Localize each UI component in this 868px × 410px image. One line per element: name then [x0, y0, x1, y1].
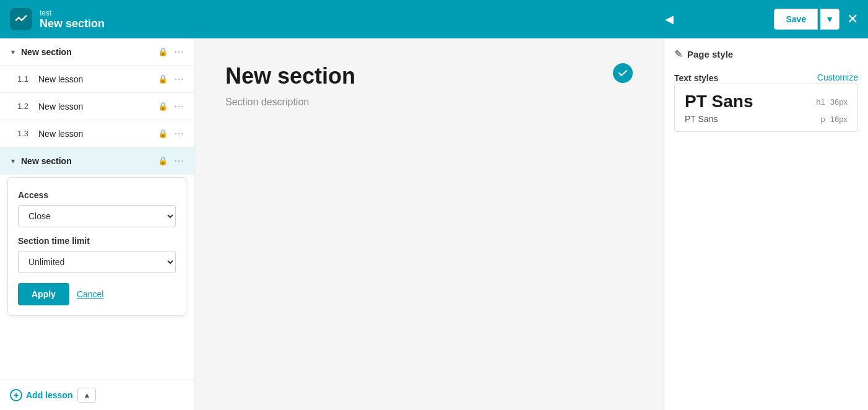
font-p-meta: p 16px: [821, 115, 848, 124]
lock-icon-lesson-1-2: 🔒: [158, 102, 168, 111]
lesson-label-1-3: New lesson: [38, 129, 158, 139]
font-h1-size: 36px: [830, 97, 848, 107]
app-header: test New section ◀ Save ▼ ✕: [0, 0, 868, 38]
font-p-tag: p: [821, 115, 825, 124]
lesson-number-1-3: 1.3: [17, 129, 35, 138]
header-subtitle: test: [40, 9, 105, 17]
add-lesson-dropdown-button[interactable]: ▲: [77, 388, 96, 403]
header-actions: Save ▼ ✕: [774, 9, 858, 30]
font-h1-row: PT Sans h1 36px: [685, 92, 848, 111]
text-styles-title: Text styles: [674, 73, 718, 83]
save-button[interactable]: Save: [774, 9, 818, 30]
page-style-header: ✎ Page style: [674, 48, 858, 60]
page-style-label: Page style: [687, 49, 733, 59]
lock-icon-section-1: 🔒: [158, 47, 168, 56]
access-select[interactable]: Close Open Drip: [18, 205, 176, 227]
apply-button[interactable]: Apply: [18, 283, 69, 305]
section-description: Section description: [225, 97, 633, 108]
lesson-label-1-1: New lesson: [38, 74, 158, 84]
lock-icon-section-2: 🔒: [158, 156, 168, 165]
access-popover: Access Close Open Drip Section time limi…: [7, 177, 186, 316]
right-panel: ✎ Page style Customize Text styles PT Sa…: [664, 38, 868, 410]
close-button[interactable]: ✕: [847, 11, 858, 27]
sidebar-collapse-button[interactable]: ◀: [665, 12, 674, 26]
font-p-row: PT Sans p 16px: [685, 114, 848, 124]
popover-actions: Apply Cancel: [18, 283, 176, 305]
chevron-down-icon: ▾: [7, 46, 19, 58]
sidebar-item-lesson-1-2[interactable]: 1.2 New lesson 🔒 ⋯: [0, 93, 194, 120]
plus-circle-icon: +: [10, 389, 22, 401]
text-styles-section: Customize Text styles PT Sans h1 36px PT…: [674, 72, 858, 132]
lesson-number-1-2: 1.2: [17, 102, 35, 111]
add-lesson-button[interactable]: + Add lesson: [10, 389, 72, 401]
sidebar: ▾ New section 🔒 ⋯ 1.1 New lesson 🔒 ⋯ 1.2…: [0, 38, 194, 410]
font-h1-meta: h1 36px: [816, 97, 848, 107]
more-options-lesson-1-1[interactable]: ⋯: [171, 72, 186, 86]
more-options-section-2[interactable]: ⋯: [171, 154, 186, 168]
font-preview-box: PT Sans h1 36px PT Sans p 16px: [674, 84, 858, 132]
chevron-down-icon-section-2: ▾: [7, 155, 19, 167]
lock-icon-lesson-1-1: 🔒: [158, 74, 168, 84]
sidebar-item-section-2[interactable]: ▾ New section 🔒 ⋯: [0, 147, 194, 175]
cancel-button[interactable]: Cancel: [77, 289, 104, 299]
header-title-group: test New section: [40, 9, 105, 30]
font-p-size: 16px: [830, 115, 848, 124]
sidebar-item-lesson-1-3[interactable]: 1.3 New lesson 🔒 ⋯: [0, 120, 194, 147]
more-options-lesson-1-2[interactable]: ⋯: [171, 99, 186, 113]
sidebar-item-section-1[interactable]: ▾ New section 🔒 ⋯: [0, 38, 194, 66]
font-h1-tag: h1: [816, 97, 825, 107]
sidebar-footer: + Add lesson ▲: [0, 380, 194, 410]
brush-icon: ✎: [674, 48, 682, 60]
section-heading: New section: [225, 63, 633, 89]
section-2-label: New section: [21, 156, 158, 166]
font-p-name: PT Sans: [685, 114, 718, 124]
content-area: New section Section description: [194, 38, 664, 410]
lesson-number-1-1: 1.1: [17, 74, 35, 84]
time-limit-select[interactable]: Unlimited 1 day 7 days 30 days: [18, 251, 176, 273]
header-title: New section: [40, 17, 105, 30]
time-limit-label: Section time limit: [18, 236, 176, 246]
more-options-lesson-1-3[interactable]: ⋯: [171, 126, 186, 141]
main-layout: ▾ New section 🔒 ⋯ 1.1 New lesson 🔒 ⋯ 1.2…: [0, 38, 868, 410]
sidebar-scroll: ▾ New section 🔒 ⋯ 1.1 New lesson 🔒 ⋯ 1.2…: [0, 38, 194, 380]
more-options-section-1[interactable]: ⋯: [171, 45, 186, 59]
sidebar-item-lesson-1-1[interactable]: 1.1 New lesson 🔒 ⋯: [0, 66, 194, 93]
section-1-label: New section: [21, 47, 158, 57]
access-label: Access: [18, 190, 176, 200]
text-styles-header-row: Customize Text styles: [674, 72, 858, 84]
check-circle-icon: [613, 63, 633, 83]
customize-button[interactable]: Customize: [817, 72, 858, 82]
app-logo: [10, 8, 32, 30]
add-lesson-label: Add lesson: [26, 390, 72, 400]
lesson-label-1-2: New lesson: [38, 102, 158, 111]
lock-icon-lesson-1-3: 🔒: [158, 129, 168, 138]
font-h1-name: PT Sans: [685, 92, 753, 111]
save-dropdown-button[interactable]: ▼: [820, 9, 840, 30]
